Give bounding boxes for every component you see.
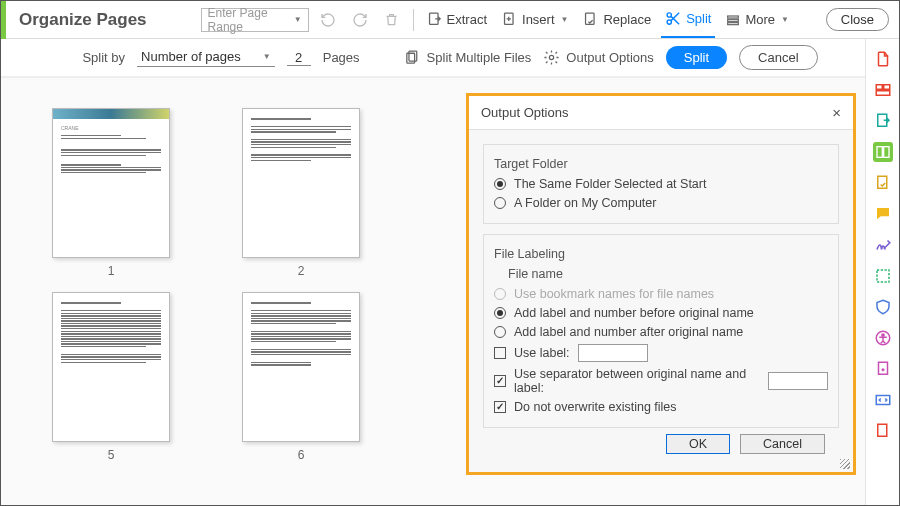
dialog-title: Output Options xyxy=(481,105,568,120)
svg-point-10 xyxy=(550,55,554,59)
svg-rect-8 xyxy=(409,51,417,61)
radio-icon xyxy=(494,288,506,300)
svg-rect-18 xyxy=(877,270,889,282)
gear-icon xyxy=(543,49,560,66)
replace-button[interactable]: Replace xyxy=(578,6,655,34)
separator-input[interactable] xyxy=(768,372,828,390)
svg-rect-6 xyxy=(728,19,739,21)
rotate-ccw-icon[interactable] xyxy=(315,7,341,33)
page-number: 5 xyxy=(41,448,181,462)
split-mode-select[interactable]: Number of pages▼ xyxy=(137,49,275,67)
rail-comment-icon[interactable] xyxy=(873,204,893,224)
page-number: 2 xyxy=(231,264,371,278)
svg-rect-7 xyxy=(728,22,739,24)
page-range-input[interactable]: Enter Page Range ▼ xyxy=(201,8,309,32)
rail-redact-icon[interactable] xyxy=(873,266,893,286)
checkbox-icon xyxy=(494,375,506,387)
radio-same-folder[interactable]: The Same Folder Selected at Start xyxy=(494,177,828,191)
page-thumb[interactable]: 6 xyxy=(231,292,371,462)
files-icon xyxy=(404,49,421,66)
checkbox-use-separator[interactable]: Use separator between original name and … xyxy=(494,367,828,395)
top-toolbar: Organize Pages Enter Page Range ▼ Extrac… xyxy=(1,1,899,39)
page-thumb[interactable]: CRANE 1 xyxy=(41,108,181,278)
resize-grip-icon[interactable] xyxy=(840,459,850,469)
more-icon xyxy=(725,12,741,28)
split-by-label: Split by xyxy=(82,50,125,65)
chevron-down-icon: ▼ xyxy=(294,15,302,24)
radio-label-before[interactable]: Add label and number before original nam… xyxy=(494,306,828,320)
rail-export-icon[interactable] xyxy=(873,111,893,131)
close-button[interactable]: Close xyxy=(826,8,889,31)
chevron-down-icon: ▼ xyxy=(263,52,271,61)
rail-combine-icon[interactable] xyxy=(873,80,893,100)
target-folder-label: Target Folder xyxy=(494,157,828,171)
file-name-label: File name xyxy=(508,267,828,281)
radio-other-folder[interactable]: A Folder on My Computer xyxy=(494,196,828,210)
pages-label: Pages xyxy=(323,50,360,65)
insert-button[interactable]: Insert▼ xyxy=(497,6,572,34)
split-subtoolbar: Split by Number of pages▼ 2 Pages Split … xyxy=(1,39,899,77)
svg-rect-23 xyxy=(877,424,886,436)
page-number: 6 xyxy=(231,448,371,462)
extract-button[interactable]: Extract xyxy=(422,6,491,34)
page-count-input[interactable]: 2 xyxy=(287,50,311,66)
svg-rect-5 xyxy=(728,16,739,18)
split-button[interactable]: Split xyxy=(661,1,715,38)
trash-icon[interactable] xyxy=(379,7,405,33)
output-options-dialog: Output Options × Target Folder The Same … xyxy=(466,93,856,475)
svg-rect-15 xyxy=(877,147,882,158)
svg-rect-12 xyxy=(883,85,889,90)
split-confirm-button[interactable]: Split xyxy=(666,46,727,69)
rail-create-icon[interactable] xyxy=(873,49,893,69)
svg-rect-16 xyxy=(883,147,888,158)
label-input[interactable] xyxy=(578,344,648,362)
svg-rect-9 xyxy=(406,53,414,63)
cancel-button[interactable]: Cancel xyxy=(740,434,825,454)
chevron-down-icon: ▼ xyxy=(561,15,569,24)
chevron-down-icon: ▼ xyxy=(781,15,789,24)
rail-fill-sign-icon[interactable] xyxy=(873,173,893,193)
split-multiple-button[interactable]: Split Multiple Files xyxy=(404,49,532,66)
more-button[interactable]: More▼ xyxy=(721,6,793,34)
file-labeling-label: File Labeling xyxy=(494,247,828,261)
checkbox-icon xyxy=(494,401,506,413)
rail-protect-icon[interactable] xyxy=(873,297,893,317)
checkbox-use-label[interactable]: Use label: xyxy=(494,344,828,362)
ok-button[interactable]: OK xyxy=(666,434,730,454)
svg-point-4 xyxy=(667,20,671,24)
panel-title: Organize Pages xyxy=(19,10,147,30)
close-icon[interactable]: × xyxy=(832,104,841,121)
radio-label-after[interactable]: Add label and number after original name xyxy=(494,325,828,339)
replace-icon xyxy=(582,11,599,28)
page-number: 1 xyxy=(41,264,181,278)
rail-code-icon[interactable] xyxy=(873,390,893,410)
output-options-button[interactable]: Output Options xyxy=(543,49,653,66)
svg-point-20 xyxy=(881,334,883,336)
rail-accessibility-icon[interactable] xyxy=(873,328,893,348)
checkbox-icon xyxy=(494,347,506,359)
extract-icon xyxy=(426,11,443,28)
radio-bookmark-names: Use bookmark names for file names xyxy=(494,287,828,301)
split-cancel-button[interactable]: Cancel xyxy=(739,45,817,70)
rotate-cw-icon[interactable] xyxy=(347,7,373,33)
rail-organize-icon[interactable] xyxy=(873,142,893,162)
checkbox-no-overwrite[interactable]: Do not overwrite existing files xyxy=(494,400,828,414)
radio-icon xyxy=(494,178,506,190)
insert-icon xyxy=(501,11,518,28)
page-thumb[interactable]: 2 xyxy=(231,108,371,278)
radio-icon xyxy=(494,197,506,209)
page-thumb[interactable]: 5 xyxy=(41,292,181,462)
radio-icon xyxy=(494,326,506,338)
svg-rect-13 xyxy=(876,91,890,96)
page-range-placeholder: Enter Page Range xyxy=(208,6,292,34)
svg-point-3 xyxy=(667,13,671,17)
rail-stamp-icon[interactable] xyxy=(873,359,893,379)
scissors-icon xyxy=(665,10,682,27)
rail-sign-icon[interactable] xyxy=(873,235,893,255)
radio-icon xyxy=(494,307,506,319)
right-tool-rail xyxy=(865,39,899,505)
rail-more-icon[interactable] xyxy=(873,421,893,441)
svg-rect-11 xyxy=(876,85,882,90)
